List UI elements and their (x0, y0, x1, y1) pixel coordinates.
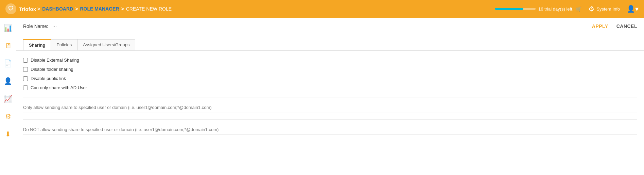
sidebar-item-files[interactable]: 📄 (2, 57, 14, 69)
sidebar-item-users[interactable]: 👤 (2, 75, 14, 87)
breadcrumb-sep-2: > (121, 6, 124, 12)
sidebar-item-reports[interactable]: 📈 (2, 93, 14, 105)
checkbox-disable-public-link: Disable public link (23, 76, 637, 81)
checkbox-disable-folder-sharing-label: Disable folder sharing (31, 67, 73, 72)
brand-name: Triofox (19, 6, 36, 12)
checkbox-disable-external-sharing-label: Disable External Sharing (31, 58, 79, 63)
breadcrumb: > DASHBOARD > ROLE MANAGER > CREATE NEW … (37, 6, 172, 12)
files-icon: 📄 (4, 59, 12, 67)
reports-icon: 📈 (4, 95, 12, 103)
navbar: 🛡 Triofox > DASHBOARD > ROLE MANAGER > C… (0, 0, 644, 18)
breadcrumb-dashboard[interactable]: DASHBOARD (42, 6, 73, 12)
system-info[interactable]: ⚙ System Info (588, 5, 620, 13)
role-name-dots[interactable]: ··· (52, 23, 57, 29)
checkbox-disable-folder-sharing-input[interactable] (23, 67, 28, 72)
settings-gear-icon: ⚙ (588, 5, 594, 13)
cart-icon[interactable]: 🛒 (576, 6, 581, 12)
checkbox-disable-folder-sharing: Disable folder sharing (23, 67, 637, 72)
navbar-right: 16 trial day(s) left. 🛒 ⚙ System Info 👤▾ (495, 5, 639, 13)
sidebar-item-dashboard[interactable]: 📊 (2, 22, 14, 34)
breadcrumb-sep-1: > (75, 6, 78, 12)
dashboard-icon: 📊 (4, 24, 12, 32)
checkbox-disable-external-sharing-input[interactable] (23, 58, 28, 63)
breadcrumb-role-manager[interactable]: ROLE MANAGER (80, 6, 119, 12)
tab-policies[interactable]: Policies (51, 39, 77, 50)
sidebar-item-settings[interactable]: ⚙ (2, 110, 14, 123)
sidebar-item-download[interactable]: ⬇ (2, 128, 14, 140)
desktop-icon: 🖥 (5, 42, 12, 50)
user-avatar-icon[interactable]: 👤▾ (627, 5, 639, 13)
tabs-container: Sharing Policies Assigned Users/Groups (16, 35, 644, 51)
role-name-label: Role Name: (23, 23, 48, 29)
users-icon: 👤 (4, 77, 12, 85)
deny-field-section (23, 119, 637, 134)
breadcrumb-sep-0: > (37, 6, 40, 12)
tab-sharing[interactable]: Sharing (23, 39, 51, 50)
app-container: 📊 🖥 📄 👤 📈 ⚙ ⬇ Role Name: ··· APPLY CAN (0, 18, 644, 175)
system-info-label: System Info (596, 6, 620, 12)
allow-domains-input[interactable] (23, 103, 637, 112)
checkbox-can-only-share-ad-user: Can only share with AD User (23, 85, 637, 90)
download-icon: ⬇ (5, 130, 11, 138)
settings-icon: ⚙ (5, 112, 11, 121)
checkbox-disable-external-sharing: Disable External Sharing (23, 58, 637, 63)
allow-field-section (23, 97, 637, 112)
sidebar-item-desktop[interactable]: 🖥 (2, 39, 14, 52)
cancel-button[interactable]: CANCEL (616, 23, 637, 29)
action-buttons: APPLY CANCEL (592, 23, 637, 29)
main-content: Role Name: ··· APPLY CANCEL Sharing Poli… (16, 18, 644, 175)
checkbox-can-only-share-ad-user-label: Can only share with AD User (31, 85, 87, 90)
sidebar: 📊 🖥 📄 👤 📈 ⚙ ⬇ (0, 18, 16, 175)
tab-assigned-users-groups[interactable]: Assigned Users/Groups (77, 39, 135, 50)
checkbox-disable-public-link-label: Disable public link (31, 76, 66, 81)
trial-text: 16 trial day(s) left. (538, 6, 573, 12)
progress-bar-fill (495, 8, 523, 10)
trial-info: 16 trial day(s) left. 🛒 (495, 6, 581, 12)
brand-icon: 🛡 (5, 3, 16, 14)
brand: 🛡 Triofox (5, 3, 36, 14)
apply-button[interactable]: APPLY (592, 23, 608, 29)
role-name-bar: Role Name: ··· APPLY CANCEL (16, 18, 644, 35)
breadcrumb-create-new-role: CREATE NEW ROLE (126, 6, 172, 12)
progress-bar-container (495, 8, 536, 10)
checkbox-can-only-share-ad-user-input[interactable] (23, 85, 28, 90)
deny-domains-input[interactable] (23, 125, 637, 134)
checkbox-disable-public-link-input[interactable] (23, 76, 28, 81)
sharing-content: Disable External Sharing Disable folder … (16, 51, 644, 141)
